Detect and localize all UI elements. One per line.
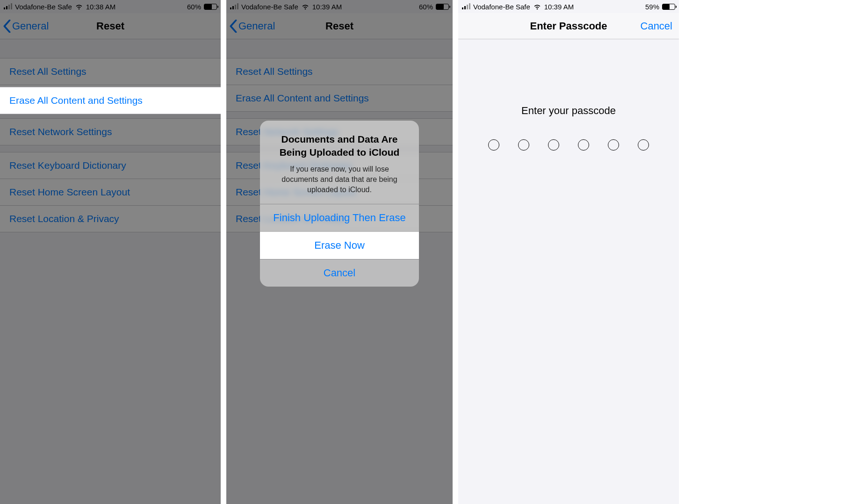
reset-all-settings-cell[interactable]: Reset All Settings bbox=[0, 58, 221, 85]
passcode-dot bbox=[548, 139, 559, 151]
status-bar: Vodafone-Be Safe 10:38 AM 60% bbox=[0, 0, 221, 13]
battery-icon bbox=[436, 4, 449, 10]
nav-bar: Enter Passcode Cancel bbox=[458, 13, 679, 39]
alert-title: Documents and Data Are Being Uploaded to… bbox=[271, 133, 408, 159]
screen-reset-highlight: Vodafone-Be Safe 10:38 AM 60% General Re… bbox=[0, 0, 221, 504]
passcode-dot bbox=[608, 139, 619, 151]
battery-fill bbox=[436, 4, 444, 9]
screen-reset-alert: Vodafone-Be Safe 10:39 AM 60% General Re… bbox=[226, 0, 453, 504]
passcode-area: Enter your passcode bbox=[458, 39, 679, 151]
status-bar: Vodafone-Be Safe 10:39 AM 59% bbox=[458, 0, 679, 13]
reset-network-cell[interactable]: Reset Network Settings bbox=[0, 119, 221, 145]
passcode-dot bbox=[518, 139, 529, 151]
battery-fill bbox=[204, 4, 212, 9]
carrier-label: Vodafone-Be Safe bbox=[473, 3, 530, 11]
nav-bar: General Reset bbox=[226, 13, 453, 39]
carrier-label: Vodafone-Be Safe bbox=[15, 3, 72, 11]
battery-icon bbox=[662, 4, 675, 10]
alert-message: If you erase now, you will lose document… bbox=[271, 164, 408, 195]
screen-passcode: Vodafone-Be Safe 10:39 AM 59% Enter Pass… bbox=[458, 0, 679, 504]
cancel-button[interactable]: Cancel bbox=[641, 20, 672, 32]
chevron-left-icon bbox=[3, 20, 11, 33]
cellular-signal-icon bbox=[230, 4, 238, 9]
cellular-signal-icon bbox=[462, 4, 470, 9]
list-group: Reset Keyboard Dictionary Reset Home Scr… bbox=[0, 152, 221, 232]
back-button[interactable]: General bbox=[3, 20, 49, 33]
passcode-dots[interactable] bbox=[458, 139, 679, 151]
alert-cancel-button[interactable]: Cancel bbox=[260, 259, 419, 287]
list-group: Reset All Settings Erase All Content and… bbox=[226, 58, 453, 112]
reset-homescreen-cell[interactable]: Reset Home Screen Layout bbox=[0, 179, 221, 206]
carrier-label: Vodafone-Be Safe bbox=[241, 3, 298, 11]
passcode-dot bbox=[638, 139, 649, 151]
clock-label: 10:38 AM bbox=[86, 3, 115, 11]
battery-fill bbox=[663, 4, 670, 9]
clock-label: 10:39 AM bbox=[544, 3, 574, 11]
page-title: Reset bbox=[325, 20, 353, 32]
erase-now-button[interactable]: Erase Now bbox=[260, 231, 419, 259]
nav-bar: General Reset bbox=[0, 13, 221, 39]
reset-all-settings-cell[interactable]: Reset All Settings bbox=[226, 58, 453, 85]
battery-percent-label: 59% bbox=[645, 3, 659, 11]
cellular-signal-icon bbox=[4, 4, 12, 9]
back-label: General bbox=[12, 20, 49, 32]
blank-fill bbox=[679, 0, 865, 504]
reset-location-cell[interactable]: Reset Location & Privacy bbox=[0, 206, 221, 232]
passcode-dot bbox=[578, 139, 589, 151]
reset-keyboard-cell[interactable]: Reset Keyboard Dictionary bbox=[0, 152, 221, 179]
back-button[interactable]: General bbox=[229, 20, 275, 33]
finish-uploading-button[interactable]: Finish Uploading Then Erase bbox=[260, 204, 419, 231]
page-title: Reset bbox=[96, 20, 124, 32]
wifi-icon bbox=[75, 3, 83, 10]
page-title: Enter Passcode bbox=[530, 20, 607, 32]
list-group: Reset Network Settings bbox=[0, 118, 221, 145]
erase-all-content-cell[interactable]: Erase All Content and Settings bbox=[226, 85, 453, 111]
status-bar: Vodafone-Be Safe 10:39 AM 60% bbox=[226, 0, 453, 13]
passcode-prompt: Enter your passcode bbox=[458, 105, 679, 117]
erase-all-content-cell-highlighted[interactable]: Erase All Content and Settings bbox=[0, 87, 221, 114]
battery-icon bbox=[204, 4, 217, 10]
icloud-upload-alert: Documents and Data Are Being Uploaded to… bbox=[260, 121, 419, 287]
wifi-icon bbox=[301, 3, 310, 10]
battery-percent-label: 60% bbox=[187, 3, 201, 11]
passcode-dot bbox=[488, 139, 499, 151]
chevron-left-icon bbox=[229, 20, 238, 33]
battery-percent-label: 60% bbox=[419, 3, 433, 11]
wifi-icon bbox=[533, 3, 541, 10]
clock-label: 10:39 AM bbox=[312, 3, 342, 11]
back-label: General bbox=[238, 20, 275, 32]
